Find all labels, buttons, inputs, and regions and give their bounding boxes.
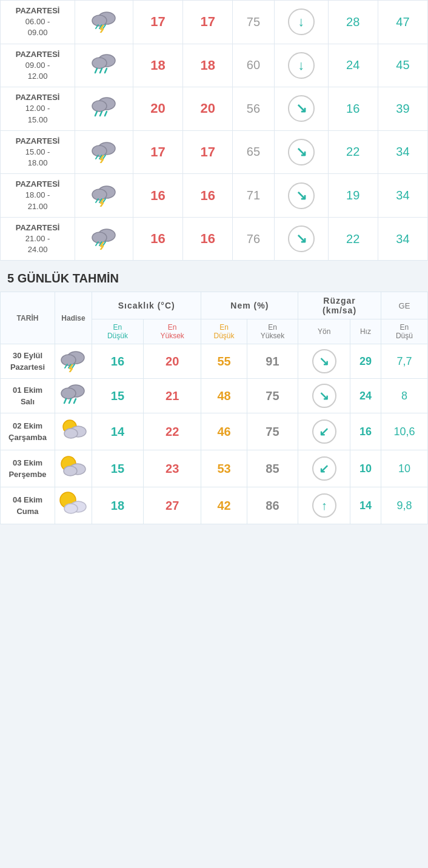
hourly-icon-5 xyxy=(75,217,133,261)
forecast-wind-gust-1: 8 xyxy=(381,379,427,413)
forecast-icon-0 xyxy=(55,344,92,379)
svg-point-6 xyxy=(92,58,107,68)
hourly-wind-gust-3: 34 xyxy=(378,130,427,174)
hourly-wind-dir-3: ↘ xyxy=(274,130,328,174)
hourly-feels-1: 18 xyxy=(183,44,233,87)
svg-line-13 xyxy=(100,112,102,116)
svg-line-39 xyxy=(74,399,76,403)
forecast-temp-low-0: 16 xyxy=(92,344,144,379)
yon-header: Yön xyxy=(298,319,350,344)
hourly-wind-dir-1: ↓ xyxy=(274,44,328,87)
hourly-temp-5: 16 xyxy=(133,217,183,261)
temp-high-header: EnYüksek xyxy=(143,319,201,344)
svg-point-21 xyxy=(92,189,107,200)
hourly-temp-0: 17 xyxy=(133,1,183,44)
forecast-wind-gust-3: 10 xyxy=(381,450,427,487)
forecast-date-4: 04 EkimCuma xyxy=(1,487,55,524)
forecast-hum-low-0: 55 xyxy=(201,344,247,379)
hourly-wind-speed-2: 16 xyxy=(328,87,378,131)
forecast-wind-dir-0: ↘ xyxy=(298,344,350,379)
forecast-temp-high-4: 27 xyxy=(143,487,201,524)
hourly-wind-dir-0: ↓ xyxy=(274,1,328,44)
hourly-humidity-5: 76 xyxy=(233,217,274,261)
svg-point-1 xyxy=(92,15,107,26)
hadise-header: Hadise xyxy=(55,292,92,344)
hourly-wind-dir-2: ↘ xyxy=(274,87,328,131)
hourly-table: PAZARTESİ06.00 -09.00 17 17 75 ↓ 28 47 P… xyxy=(0,0,428,261)
hourly-humidity-3: 65 xyxy=(233,130,274,174)
forecast-hum-high-2: 75 xyxy=(247,413,298,450)
svg-point-26 xyxy=(92,232,107,243)
hourly-humidity-4: 71 xyxy=(233,174,274,218)
hourly-icon-1 xyxy=(75,44,133,87)
svg-line-9 xyxy=(105,68,107,73)
hourly-wind-gust-0: 47 xyxy=(378,1,427,44)
hourly-time-5: PAZARTESİ21.00 -24.00 xyxy=(1,217,75,261)
hourly-wind-gust-4: 34 xyxy=(378,174,427,218)
hourly-wind-dir-5: ↘ xyxy=(274,217,328,261)
hourly-wind-gust-5: 34 xyxy=(378,217,427,261)
hourly-wind-gust-1: 45 xyxy=(378,44,427,87)
temp-low-header: EnDüşük xyxy=(92,319,144,344)
hourly-temp-1: 18 xyxy=(133,44,183,87)
forecast-temp-high-0: 20 xyxy=(143,344,201,379)
svg-point-36 xyxy=(61,388,76,399)
svg-line-38 xyxy=(69,399,71,403)
forecast-date-3: 03 EkimPerşembe xyxy=(1,450,55,487)
forecast-wind-speed-3: 10 xyxy=(350,450,381,487)
forecast-hum-high-3: 85 xyxy=(247,450,298,487)
forecast-hum-low-1: 48 xyxy=(201,379,247,413)
svg-point-42 xyxy=(64,429,78,438)
forecast-temp-low-4: 18 xyxy=(92,487,144,524)
forecast-hum-low-2: 46 xyxy=(201,413,247,450)
hourly-feels-4: 16 xyxy=(183,174,233,218)
svg-point-48 xyxy=(64,504,78,513)
hourly-temp-4: 16 xyxy=(133,174,183,218)
forecast-wind-dir-2: ↙ xyxy=(298,413,350,450)
ge-header: GE xyxy=(381,292,427,319)
hourly-feels-3: 17 xyxy=(183,130,233,174)
hourly-wind-speed-0: 28 xyxy=(328,1,378,44)
hiz-header: Hız xyxy=(350,319,381,344)
hourly-time-2: PAZARTESİ12.00 -15.00 xyxy=(1,87,75,131)
nem-header: Nem (%) xyxy=(201,292,298,319)
forecast-wind-gust-2: 10,6 xyxy=(381,413,427,450)
svg-line-8 xyxy=(100,68,102,73)
hourly-wind-speed-4: 19 xyxy=(328,174,378,218)
forecast-hum-high-0: 91 xyxy=(247,344,298,379)
forecast-wind-speed-0: 29 xyxy=(350,344,381,379)
hourly-humidity-1: 60 xyxy=(233,44,274,87)
forecast-date-0: 30 EylülPazartesi xyxy=(1,344,55,379)
forecast-temp-high-2: 22 xyxy=(143,413,201,450)
forecast-icon-4 xyxy=(55,487,92,524)
hourly-humidity-2: 56 xyxy=(233,87,274,131)
hourly-wind-gust-2: 39 xyxy=(378,87,427,131)
forecast-temp-high-3: 23 xyxy=(143,450,201,487)
svg-point-11 xyxy=(92,101,107,112)
svg-line-12 xyxy=(95,112,97,116)
forecast-temp-low-3: 15 xyxy=(92,450,144,487)
hum-low-header: EnDüşük xyxy=(201,319,247,344)
hourly-wind-speed-1: 24 xyxy=(328,44,378,87)
hourly-temp-2: 20 xyxy=(133,87,183,131)
forecast-icon-2 xyxy=(55,413,92,450)
forecast-wind-dir-4: ↑ xyxy=(298,487,350,524)
hourly-feels-5: 16 xyxy=(183,217,233,261)
hourly-time-1: PAZARTESİ09.00 -12.00 xyxy=(1,44,75,87)
forecast-wind-dir-3: ↙ xyxy=(298,450,350,487)
forecast-temp-low-2: 14 xyxy=(92,413,144,450)
forecast-hum-low-3: 53 xyxy=(201,450,247,487)
forecast-temp-high-1: 21 xyxy=(143,379,201,413)
forecast-wind-dir-1: ↘ xyxy=(298,379,350,413)
forecast-date-1: 01 EkimSalı xyxy=(1,379,55,413)
hourly-time-3: PAZARTESİ15.00 -18.00 xyxy=(1,130,75,174)
hum-high-header: EnYüksek xyxy=(247,319,298,344)
forecast-icon-1 xyxy=(55,379,92,413)
forecast-wrapper: TARİH Hadise Sıcaklık (°C) Nem (%) Rüzga… xyxy=(0,292,428,524)
svg-point-16 xyxy=(92,145,107,156)
hourly-time-4: PAZARTESİ18.00 -21.00 xyxy=(1,174,75,218)
hourly-wind-speed-3: 22 xyxy=(328,130,378,174)
svg-point-45 xyxy=(64,466,77,476)
hourly-icon-4 xyxy=(75,174,133,218)
forecast-hum-high-4: 86 xyxy=(247,487,298,524)
